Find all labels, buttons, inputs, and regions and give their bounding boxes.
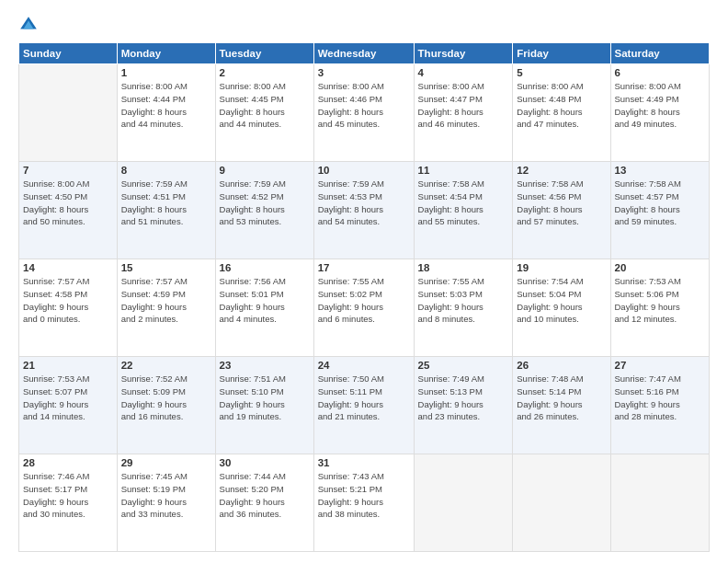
day-info: Sunrise: 7:58 AMSunset: 4:54 PMDaylight:…: [418, 178, 509, 228]
day-info: Sunrise: 7:49 AMSunset: 5:13 PMDaylight:…: [418, 373, 509, 423]
day-number: 5: [517, 67, 606, 78]
day-info: Sunrise: 7:57 AMSunset: 4:58 PMDaylight:…: [23, 275, 113, 326]
day-number: 6: [615, 67, 706, 78]
day-info: Sunrise: 7:57 AMSunset: 4:59 PMDaylight:…: [121, 275, 211, 326]
weekday-header-wednesday: Wednesday: [313, 43, 414, 64]
day-info: Sunrise: 7:54 AMSunset: 5:04 PMDaylight:…: [517, 275, 606, 326]
page: SundayMondayTuesdayWednesdayThursdayFrid…: [0, 0, 728, 563]
day-info: Sunrise: 8:00 AMSunset: 4:45 PMDaylight:…: [220, 80, 310, 131]
day-number: 1: [121, 67, 211, 78]
calendar-cell: 22Sunrise: 7:52 AMSunset: 5:09 PMDayligh…: [117, 357, 215, 454]
calendar-cell: 18Sunrise: 7:55 AMSunset: 5:03 PMDayligh…: [414, 259, 513, 357]
calendar-cell: 6Sunrise: 8:00 AMSunset: 4:49 PMDaylight…: [610, 64, 710, 162]
day-number: 14: [23, 262, 113, 273]
calendar-cell: 2Sunrise: 8:00 AMSunset: 4:45 PMDaylight…: [215, 64, 313, 162]
calendar-cell: 20Sunrise: 7:53 AMSunset: 5:06 PMDayligh…: [610, 259, 710, 357]
calendar-cell: [19, 64, 118, 162]
calendar-cell: 11Sunrise: 7:58 AMSunset: 4:54 PMDayligh…: [414, 162, 513, 259]
day-number: 16: [220, 262, 310, 273]
calendar-cell: 23Sunrise: 7:51 AMSunset: 5:10 PMDayligh…: [215, 357, 313, 454]
day-number: 26: [517, 360, 606, 371]
day-info: Sunrise: 7:59 AMSunset: 4:52 PMDaylight:…: [220, 178, 310, 228]
day-number: 18: [418, 262, 509, 273]
day-info: Sunrise: 7:58 AMSunset: 4:56 PMDaylight:…: [517, 178, 606, 228]
logo: [18, 15, 42, 35]
calendar-cell: 28Sunrise: 7:46 AMSunset: 5:17 PMDayligh…: [19, 454, 118, 552]
calendar-cell: [414, 454, 513, 552]
day-info: Sunrise: 7:50 AMSunset: 5:11 PMDaylight:…: [318, 373, 410, 423]
day-number: 13: [615, 165, 706, 176]
weekday-header-tuesday: Tuesday: [215, 43, 313, 64]
day-number: 27: [615, 360, 706, 371]
day-info: Sunrise: 8:00 AMSunset: 4:46 PMDaylight:…: [318, 80, 410, 131]
day-number: 17: [318, 262, 410, 273]
day-number: 15: [121, 262, 211, 273]
day-info: Sunrise: 7:56 AMSunset: 5:01 PMDaylight:…: [220, 275, 310, 326]
day-info: Sunrise: 7:53 AMSunset: 5:06 PMDaylight:…: [615, 275, 706, 326]
calendar-cell: 14Sunrise: 7:57 AMSunset: 4:58 PMDayligh…: [19, 259, 118, 357]
weekday-header-saturday: Saturday: [610, 43, 710, 64]
calendar-cell: 17Sunrise: 7:55 AMSunset: 5:02 PMDayligh…: [313, 259, 414, 357]
day-number: 19: [517, 262, 606, 273]
day-info: Sunrise: 7:45 AMSunset: 5:19 PMDaylight:…: [121, 470, 211, 521]
day-number: 28: [23, 457, 113, 468]
day-info: Sunrise: 7:44 AMSunset: 5:20 PMDaylight:…: [220, 470, 310, 521]
weekday-header-row: SundayMondayTuesdayWednesdayThursdayFrid…: [19, 43, 710, 64]
day-number: 3: [318, 67, 410, 78]
day-info: Sunrise: 8:00 AMSunset: 4:44 PMDaylight:…: [121, 80, 211, 131]
day-number: 24: [318, 360, 410, 371]
header: [18, 15, 710, 35]
day-info: Sunrise: 7:48 AMSunset: 5:14 PMDaylight:…: [517, 373, 606, 423]
day-info: Sunrise: 8:00 AMSunset: 4:49 PMDaylight:…: [615, 80, 706, 131]
calendar-cell: 21Sunrise: 7:53 AMSunset: 5:07 PMDayligh…: [19, 357, 118, 454]
day-number: 22: [121, 360, 211, 371]
day-info: Sunrise: 7:58 AMSunset: 4:57 PMDaylight:…: [615, 178, 706, 228]
day-number: 10: [318, 165, 410, 176]
day-info: Sunrise: 7:55 AMSunset: 5:03 PMDaylight:…: [418, 275, 509, 326]
weekday-header-sunday: Sunday: [19, 43, 118, 64]
week-row-5: 28Sunrise: 7:46 AMSunset: 5:17 PMDayligh…: [19, 454, 710, 552]
logo-icon: [18, 15, 39, 35]
calendar-cell: 3Sunrise: 8:00 AMSunset: 4:46 PMDaylight…: [313, 64, 414, 162]
day-number: 30: [220, 457, 310, 468]
day-number: 25: [418, 360, 509, 371]
calendar-cell: 8Sunrise: 7:59 AMSunset: 4:51 PMDaylight…: [117, 162, 215, 259]
weekday-header-monday: Monday: [117, 43, 215, 64]
week-row-3: 14Sunrise: 7:57 AMSunset: 4:58 PMDayligh…: [19, 259, 710, 357]
day-number: 21: [23, 360, 113, 371]
day-number: 20: [615, 262, 706, 273]
week-row-2: 7Sunrise: 8:00 AMSunset: 4:50 PMDaylight…: [19, 162, 710, 259]
day-info: Sunrise: 8:00 AMSunset: 4:47 PMDaylight:…: [418, 80, 509, 131]
weekday-header-thursday: Thursday: [414, 43, 513, 64]
calendar-cell: 10Sunrise: 7:59 AMSunset: 4:53 PMDayligh…: [313, 162, 414, 259]
calendar-cell: 4Sunrise: 8:00 AMSunset: 4:47 PMDaylight…: [414, 64, 513, 162]
calendar-cell: 27Sunrise: 7:47 AMSunset: 5:16 PMDayligh…: [610, 357, 710, 454]
day-info: Sunrise: 7:51 AMSunset: 5:10 PMDaylight:…: [220, 373, 310, 423]
calendar-cell: 24Sunrise: 7:50 AMSunset: 5:11 PMDayligh…: [313, 357, 414, 454]
calendar-cell: 31Sunrise: 7:43 AMSunset: 5:21 PMDayligh…: [313, 454, 414, 552]
weekday-header-friday: Friday: [513, 43, 610, 64]
day-number: 7: [23, 165, 113, 176]
day-info: Sunrise: 8:00 AMSunset: 4:50 PMDaylight:…: [23, 178, 113, 228]
day-number: 11: [418, 165, 509, 176]
day-info: Sunrise: 7:59 AMSunset: 4:51 PMDaylight:…: [121, 178, 211, 228]
calendar-cell: 26Sunrise: 7:48 AMSunset: 5:14 PMDayligh…: [513, 357, 610, 454]
calendar-cell: [513, 454, 610, 552]
day-number: 23: [220, 360, 310, 371]
week-row-4: 21Sunrise: 7:53 AMSunset: 5:07 PMDayligh…: [19, 357, 710, 454]
calendar-cell: 25Sunrise: 7:49 AMSunset: 5:13 PMDayligh…: [414, 357, 513, 454]
day-number: 8: [121, 165, 211, 176]
calendar-cell: 29Sunrise: 7:45 AMSunset: 5:19 PMDayligh…: [117, 454, 215, 552]
calendar-cell: 12Sunrise: 7:58 AMSunset: 4:56 PMDayligh…: [513, 162, 610, 259]
day-info: Sunrise: 7:47 AMSunset: 5:16 PMDaylight:…: [615, 373, 706, 423]
day-info: Sunrise: 7:53 AMSunset: 5:07 PMDaylight:…: [23, 373, 113, 423]
calendar-cell: 30Sunrise: 7:44 AMSunset: 5:20 PMDayligh…: [215, 454, 313, 552]
day-info: Sunrise: 7:55 AMSunset: 5:02 PMDaylight:…: [318, 275, 410, 326]
day-number: 31: [318, 457, 410, 468]
day-info: Sunrise: 7:52 AMSunset: 5:09 PMDaylight:…: [121, 373, 211, 423]
week-row-1: 1Sunrise: 8:00 AMSunset: 4:44 PMDaylight…: [19, 64, 710, 162]
day-number: 9: [220, 165, 310, 176]
calendar-cell: 15Sunrise: 7:57 AMSunset: 4:59 PMDayligh…: [117, 259, 215, 357]
calendar-cell: 9Sunrise: 7:59 AMSunset: 4:52 PMDaylight…: [215, 162, 313, 259]
calendar-cell: 5Sunrise: 8:00 AMSunset: 4:48 PMDaylight…: [513, 64, 610, 162]
